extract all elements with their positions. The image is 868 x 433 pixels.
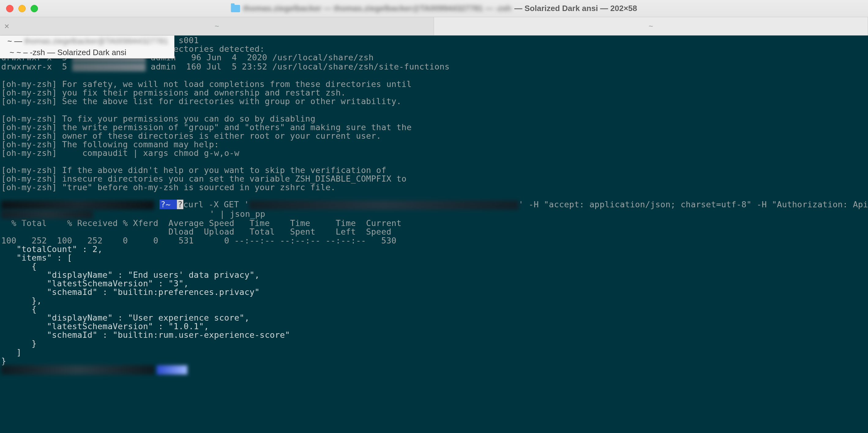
- maximize-window-button[interactable]: [31, 5, 38, 12]
- output-line: drwxrwxr-x 5 xxxxxxxxxxxxxxxx admin 160 …: [1, 62, 450, 71]
- output-line: "items" : [: [1, 253, 72, 262]
- output-line: 100 252 100 252 0 0 531 0 --:--:-- --:--…: [1, 236, 396, 245]
- output-line: "totalCount" : 2,: [1, 244, 102, 254]
- prompt-line-1: ?~ ?curl -X GET '' -H "accept: applicati…: [1, 200, 868, 209]
- prompt-seg-home: ?~: [159, 200, 177, 209]
- window-title-blurred: thomas.ziegelbacker — thomas.ziegelbacke…: [243, 4, 511, 13]
- window-title-visible: — Solarized Dark ansi — 202×58: [515, 4, 637, 13]
- output-line: [oh-my-zsh] To fix your permissions you …: [1, 114, 315, 123]
- curl-cont-blurred: [1, 210, 93, 219]
- tab-menu-item-2[interactable]: ~ ~ – -zsh — Solarized Dark ansi: [0, 47, 174, 58]
- prompt-chip-blurred: [157, 365, 187, 375]
- output-line: Dload Upload Total Spent Left Speed: [1, 227, 392, 236]
- output-line: "latestSchemaVersion" : "3",: [1, 279, 189, 288]
- tab-1[interactable]: × ~: [0, 17, 434, 35]
- output-line: "latestSchemaVersion" : "1.0.1",: [1, 321, 209, 331]
- minimize-window-button[interactable]: [18, 5, 26, 12]
- prompt-blurred: [1, 365, 154, 375]
- output-line: [oh-my-zsh] the write permission of "gro…: [1, 122, 412, 132]
- tab-2-label: ~: [649, 22, 653, 31]
- output-line: [oh-my-zsh] For safety, we will not load…: [1, 79, 412, 89]
- output-line: % Total % Received % Xferd Average Speed…: [1, 218, 402, 228]
- terminal[interactable]: L s001 ent directories detected: drwxrwx…: [0, 35, 868, 433]
- output-line: [oh-my-zsh] If the above didn't help or …: [1, 165, 386, 175]
- tab-2[interactable]: ~: [434, 17, 868, 35]
- output-line: [oh-my-zsh] compaudit | xargs chmod g-w,…: [1, 148, 239, 158]
- menu-item-label: ~ ~ – -zsh — Solarized Dark ansi: [7, 48, 126, 57]
- output-line: {: [1, 305, 37, 314]
- close-tab-icon[interactable]: ×: [4, 22, 9, 31]
- output-line: }: [1, 339, 37, 348]
- prompt-seg-sep: ?: [177, 200, 183, 209]
- window-title: thomas.ziegelbacker — thomas.ziegelbacke…: [231, 4, 637, 13]
- menu-item-blurred: thomas.ziegelbacker@TA009944327781: [25, 36, 168, 46]
- output-line: },: [1, 296, 42, 305]
- output-line: "schemaId" : "builtin:preferences.privac…: [1, 287, 259, 297]
- output-line: [oh-my-zsh] See the above list for direc…: [1, 96, 402, 106]
- output-line: [oh-my-zsh] you fix their permissions an…: [1, 88, 346, 97]
- terminal-output: L s001 ent directories detected: drwxrwx…: [1, 36, 868, 375]
- output-line: "schemaId" : "builtin:rum.user-experienc…: [1, 330, 290, 340]
- output-line: {: [1, 261, 37, 271]
- tab-1-label: ~: [215, 22, 219, 31]
- output-line: [oh-my-zsh] "true" before oh-my-zsh is s…: [1, 182, 336, 192]
- output-line: ]: [1, 348, 22, 357]
- curl-url-blurred: [249, 201, 519, 210]
- prompt-blurred: [1, 201, 154, 210]
- prompt-line-2: ' | json_pp: [1, 209, 266, 219]
- close-window-button[interactable]: [6, 5, 13, 12]
- output-line: "displayName" : "User experience score",: [1, 313, 249, 322]
- output-line: }: [1, 356, 6, 366]
- output-line: [oh-my-zsh] insecure directories you can…: [1, 174, 406, 183]
- traffic-lights: [6, 5, 38, 12]
- tabs-row: × ~ ~: [0, 17, 868, 35]
- folder-icon: [231, 5, 240, 12]
- prompt-line-ready: [1, 365, 187, 374]
- titlebar: thomas.ziegelbacker — thomas.ziegelbacke…: [0, 0, 868, 17]
- tab-menu-item-1[interactable]: ~ — thomas.ziegelbacker@TA009944327781: [0, 35, 174, 47]
- output-line: [oh-my-zsh] owner of these directories i…: [1, 131, 381, 141]
- menu-item-prefix: ~ —: [7, 36, 25, 46]
- output-line: [oh-my-zsh] The following command may he…: [1, 140, 219, 149]
- output-line: "displayName" : "End users' data privacy…: [1, 270, 259, 280]
- tab-menu: ~ — thomas.ziegelbacker@TA009944327781 ~…: [0, 35, 175, 58]
